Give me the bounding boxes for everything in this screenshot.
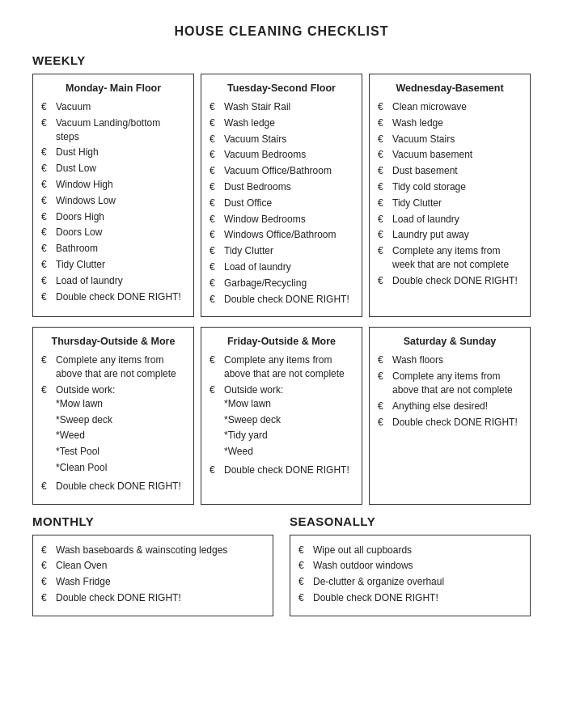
list-item: € Wash Stair Rail [210,100,353,114]
euro-icon: € [210,277,219,290]
sub-list-item: *Sweep deck [56,413,185,427]
list-item: € Window High [41,178,185,192]
euro-icon: € [210,213,219,226]
saturday-sunday-card: Saturday & Sunday € Wash floors € Comple… [369,327,531,504]
euro-icon: € [298,544,308,557]
monday-card: Monday- Main Floor € Vacuum € Vacuum Lan… [32,74,194,317]
list-item: € Dust basement [378,164,522,178]
euro-icon: € [41,210,51,224]
weekly-bottom-row: Thursday-Outside & More € Complete any i… [32,327,531,504]
list-item: € Bathroom [41,242,185,256]
list-item: € Vacuum [41,100,185,114]
monthly-card: € Wash baseboards & wainscoting ledges €… [32,535,273,616]
thursday-title: Thursday-Outside & More [41,336,185,347]
list-item: € Dust Bedrooms [210,180,353,194]
monday-title: Monday- Main Floor [41,83,185,94]
euro-icon: € [210,228,219,242]
list-item: € Vacuum Stairs [378,133,522,146]
list-item: € Double check DONE RIGHT! [210,463,353,477]
list-item: € Laundry put away [378,228,522,242]
euro-icon: € [41,194,51,208]
list-item: € Outside work:*Mow lawn*Sweep deck*Tidy… [210,383,353,461]
euro-icon: € [41,274,51,288]
list-item: € Doors High [41,210,185,224]
list-item: € Doors Low [41,226,185,239]
sub-list-item: *Weed [224,445,353,459]
euro-icon: € [378,100,387,114]
euro-icon: € [41,383,51,397]
list-item: € Vacuum Stairs [210,133,353,146]
list-item: € Vacuum Bedrooms [210,148,353,162]
tuesday-title: Tuesday-Second Floor [210,83,353,94]
list-item: € Dust Low [41,162,185,176]
list-item: € Garbage/Recycling [210,277,353,290]
euro-icon: € [378,244,387,258]
page-title: HOUSE CLEANING CHECKLIST [32,24,531,39]
sub-list-item: *Mow lawn [224,397,353,411]
wednesday-title: Wednesday-Basement [378,83,522,94]
euro-icon: € [210,353,219,367]
list-item: € Double check DONE RIGHT! [41,290,185,304]
friday-list: € Complete any items from above that are… [210,353,353,476]
saturday-sunday-list: € Wash floors € Complete any items from … [378,353,522,429]
list-item: € Double check DONE RIGHT! [298,591,522,605]
euro-icon: € [41,591,51,605]
monday-list: € Vacuum € Vacuum Landing/bottom steps €… [41,100,185,303]
euro-icon: € [210,260,219,274]
list-item: € Load of laundry [41,274,185,288]
list-item: € Vacuum Landing/bottom steps [41,116,185,144]
euro-icon: € [378,180,387,194]
list-item: € Double check DONE RIGHT! [41,591,265,605]
euro-icon: € [378,164,387,178]
wednesday-card: Wednesday-Basement € Clean microwave € W… [369,74,531,317]
list-item: € Complete any items from above that are… [210,353,353,381]
weekly-top-row: Monday- Main Floor € Vacuum € Vacuum Lan… [32,74,531,317]
sub-list: *Mow lawn*Sweep deck*Weed*Test Pool*Clea… [56,397,185,475]
list-item: € Tidy Clutter [41,258,185,272]
euro-icon: € [210,244,219,258]
euro-icon: € [210,463,219,477]
euro-icon: € [41,116,51,130]
monthly-section-title: MONTHLY [32,514,273,528]
list-item: € Windows Low [41,194,185,208]
tuesday-list: € Wash Stair Rail € Wash ledge € Vacuum … [210,100,353,306]
euro-icon: € [378,213,387,226]
sub-list-item: *Test Pool [56,445,185,459]
list-item: € Vacuum basement [378,148,522,162]
seasonally-list: € Wipe out all cupboards € Wash outdoor … [298,544,522,605]
euro-icon: € [298,575,308,589]
euro-icon: € [378,416,387,430]
list-item: € Clean microwave [378,100,522,114]
weekly-section-title: WEEKLY [32,53,531,67]
list-item: € Double check DONE RIGHT! [41,480,185,493]
list-item: € Load of laundry [378,213,522,226]
euro-icon: € [210,100,219,114]
list-item: € Wipe out all cupboards [298,544,522,557]
seasonally-section-title: SEASONALLY [290,514,531,528]
euro-icon: € [41,353,51,367]
list-item: € Complete any items from above that are… [41,353,185,381]
seasonally-card: € Wipe out all cupboards € Wash outdoor … [290,535,531,616]
sub-list-item: *Clean Pool [56,461,185,475]
list-item: € Wash ledge [210,116,353,130]
tuesday-card: Tuesday-Second Floor € Wash Stair Rail €… [201,74,362,317]
euro-icon: € [41,559,51,573]
euro-icon: € [378,274,387,288]
euro-icon: € [41,480,51,493]
euro-icon: € [378,400,387,413]
euro-icon: € [210,180,219,194]
euro-icon: € [378,116,387,130]
monthly-section: MONTHLY € Wash baseboards & wainscoting … [32,514,273,616]
euro-icon: € [210,197,219,210]
list-item: € Outside work:*Mow lawn*Sweep deck*Weed… [41,383,185,477]
euro-icon: € [210,148,219,162]
euro-icon: € [41,575,51,589]
list-item: € Double check DONE RIGHT! [210,293,353,307]
sub-list-item: *Tidy yard [224,429,353,442]
euro-icon: € [41,290,51,304]
friday-title: Friday-Outside & More [210,336,353,347]
list-item: € De-clutter & organize overhaul [298,575,522,589]
sub-list-item: *Weed [56,429,185,442]
list-item: € Dust Office [210,197,353,210]
euro-icon: € [378,370,387,383]
